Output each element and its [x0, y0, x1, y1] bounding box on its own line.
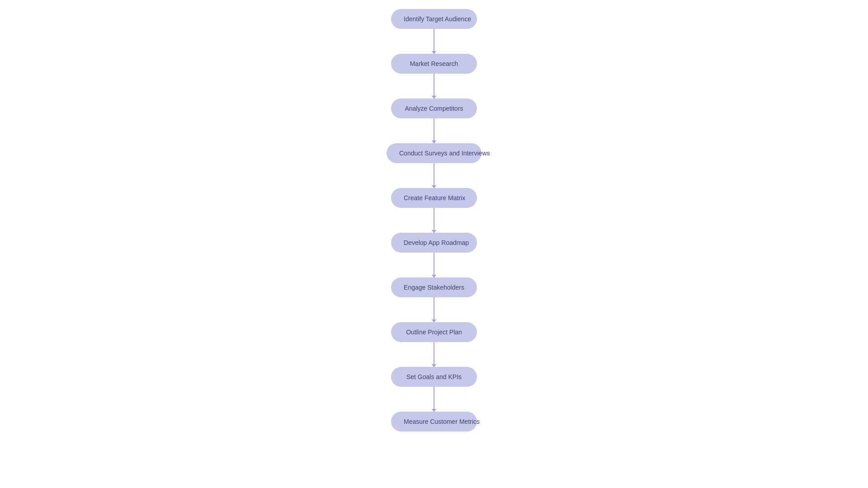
- connector-1: [434, 74, 434, 99]
- connector-5: [434, 253, 434, 277]
- flow-node-set-goals-kpis[interactable]: Set Goals and KPIs: [391, 367, 477, 387]
- connector-6: [434, 297, 434, 322]
- flow-node-engage-stakeholders[interactable]: Engage Stakeholders: [391, 277, 477, 297]
- flow-node-identify-target-audience[interactable]: Identify Target Audience: [391, 9, 477, 29]
- connector-7: [434, 342, 434, 367]
- flow-node-develop-app-roadmap[interactable]: Develop App Roadmap: [391, 233, 477, 253]
- flow-node-market-research[interactable]: Market Research: [391, 54, 477, 74]
- flow-node-outline-project-plan[interactable]: Outline Project Plan: [391, 322, 477, 342]
- connector-3: [434, 163, 434, 188]
- flowchart: Identify Target AudienceMarket ResearchA…: [366, 0, 502, 450]
- flow-node-conduct-surveys[interactable]: Conduct Surveys and Interviews: [387, 143, 481, 163]
- flow-node-create-feature-matrix[interactable]: Create Feature Matrix: [391, 188, 477, 208]
- connector-8: [434, 387, 434, 412]
- flow-node-measure-customer-metrics[interactable]: Measure Customer Metrics: [391, 412, 477, 432]
- connector-2: [434, 118, 434, 143]
- flow-node-analyze-competitors[interactable]: Analyze Competitors: [391, 99, 477, 118]
- connector-0: [434, 29, 434, 54]
- connector-4: [434, 208, 434, 233]
